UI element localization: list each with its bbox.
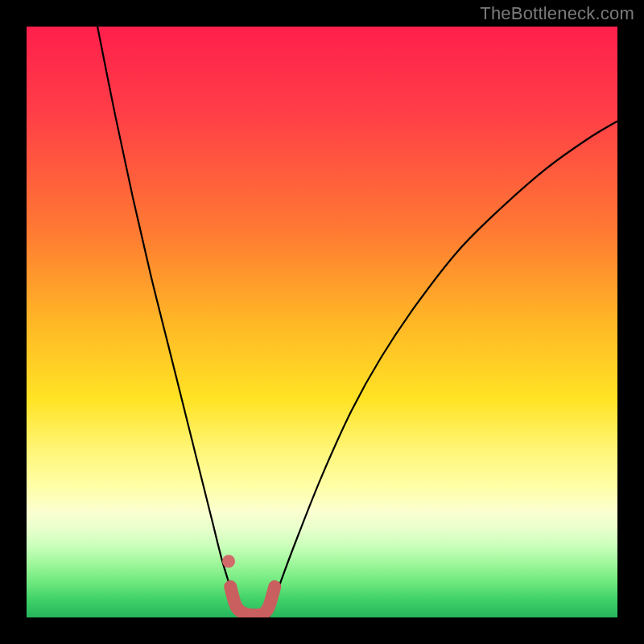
watermark-text: TheBottleneck.com xyxy=(480,3,634,24)
chart-svg xyxy=(27,27,617,617)
marker-flat-path xyxy=(230,587,275,615)
marker-dot xyxy=(222,555,235,568)
chart-frame: TheBottleneck.com xyxy=(0,0,644,644)
curve-left-branch xyxy=(97,27,239,617)
plot-area xyxy=(27,27,617,617)
curve-right-branch xyxy=(269,121,617,617)
